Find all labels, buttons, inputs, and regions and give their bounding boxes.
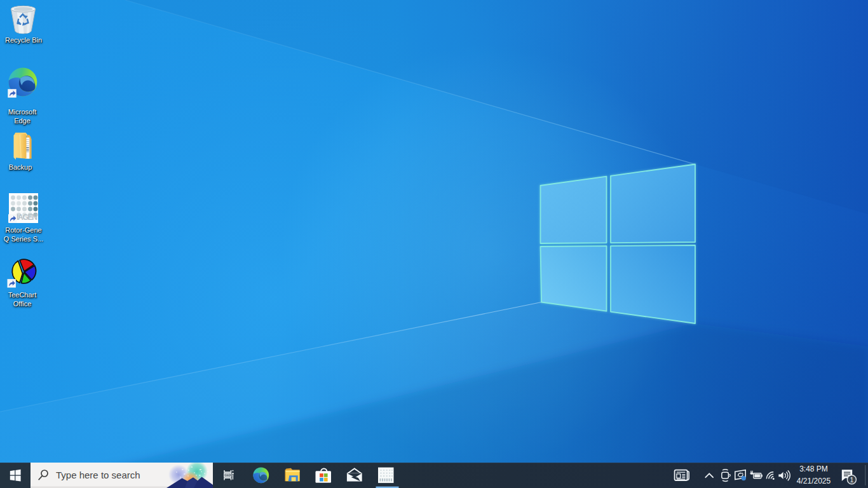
- svg-text:IAGEN: IAGEN: [17, 213, 37, 222]
- svg-text:1: 1: [850, 476, 853, 484]
